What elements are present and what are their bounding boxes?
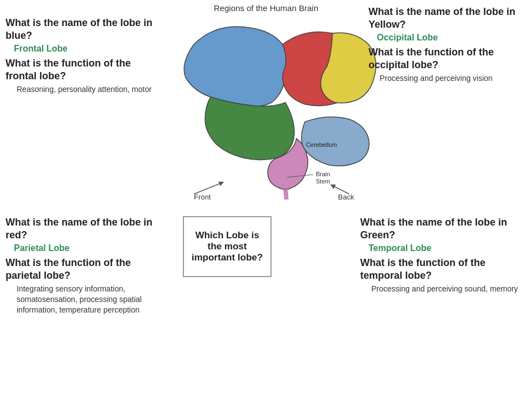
temporal-function-question: What is the function of the temporal lob… bbox=[360, 257, 526, 282]
center-question-box: Which Lobe is the most important lobe? bbox=[183, 216, 272, 277]
svg-text:Brain: Brain bbox=[316, 171, 330, 177]
parietal-function-detail: Integrating sensory information, somatos… bbox=[17, 284, 166, 315]
blue-lobe-question: What is the name of the lobe in blue? bbox=[6, 17, 155, 42]
red-lobe-answer: Parietal Lobe bbox=[14, 243, 166, 253]
yellow-lobe-question: What is the name of the lobe in Yellow? bbox=[369, 6, 526, 30]
blue-lobe-answer: Frontal Lobe bbox=[14, 44, 155, 54]
svg-text:Cerebellum: Cerebellum bbox=[306, 141, 337, 148]
frontal-function-question: What is the function of the frontal lobe… bbox=[6, 57, 155, 82]
occipital-function-detail: Processing and perceiving vision bbox=[380, 73, 526, 84]
svg-line-9 bbox=[194, 183, 222, 194]
svg-text:Back: Back bbox=[338, 193, 354, 200]
red-lobe-question: What is the name of the lobe in red? bbox=[6, 216, 166, 241]
red-lobe-section: What is the name of the lobe in red? Par… bbox=[6, 216, 166, 321]
svg-text:Front: Front bbox=[194, 193, 211, 200]
green-lobe-section: What is the name of the lobe in Green? T… bbox=[360, 216, 526, 300]
brain-diagram: Brain Stem Cerebellum Spinal Cord Front … bbox=[150, 11, 377, 200]
occipital-function-question: What is the function of the occipital lo… bbox=[369, 46, 526, 71]
yellow-lobe-answer: Occipital Lobe bbox=[377, 33, 526, 43]
green-lobe-question: What is the name of the lobe in Green? bbox=[360, 216, 526, 241]
svg-text:Stem: Stem bbox=[316, 178, 330, 185]
center-question-text: Which Lobe is the most important lobe? bbox=[188, 230, 266, 263]
green-lobe-answer: Temporal Lobe bbox=[369, 243, 526, 253]
yellow-lobe-section: What is the name of the lobe in Yellow? … bbox=[369, 6, 526, 89]
parietal-function-question: What is the function of the parietal lob… bbox=[6, 257, 166, 282]
blue-lobe-section: What is the name of the lobe in blue? Fr… bbox=[6, 17, 155, 100]
temporal-function-detail: Processing and perceiving sound, memory bbox=[371, 284, 526, 294]
frontal-function-detail: Reasoning, personality attention, motor bbox=[17, 84, 155, 95]
